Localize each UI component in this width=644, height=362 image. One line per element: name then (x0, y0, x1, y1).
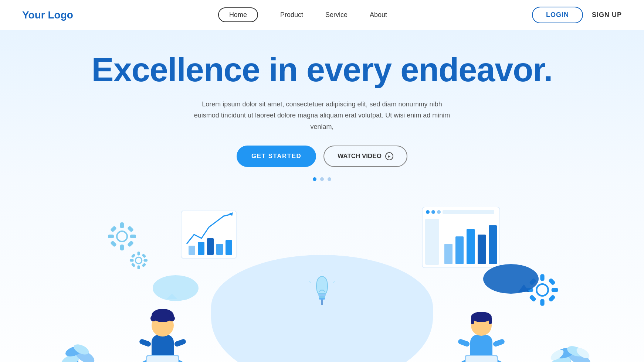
chart-left (181, 211, 237, 260)
dot-3[interactable] (328, 177, 331, 181)
svg-rect-32 (216, 244, 223, 255)
svg-rect-43 (478, 235, 486, 264)
svg-rect-53 (319, 296, 325, 298)
svg-rect-81 (489, 317, 492, 324)
svg-rect-22 (552, 289, 557, 291)
svg-point-65 (150, 315, 156, 321)
svg-point-66 (169, 315, 175, 321)
nav-service[interactable]: Service (325, 11, 348, 18)
svg-rect-4 (131, 235, 135, 238)
hero-description: Lorem ipsum dolor sit amet, consectetuer… (189, 99, 455, 133)
lightbulb-icon (307, 270, 337, 312)
svg-rect-6 (128, 227, 133, 232)
gear-left-small-icon (129, 251, 148, 271)
svg-point-35 (426, 210, 430, 214)
login-button[interactable]: LOGIN (532, 7, 583, 23)
svg-rect-54 (319, 298, 325, 300)
svg-point-37 (437, 210, 441, 214)
svg-rect-40 (444, 244, 453, 264)
svg-point-47 (483, 264, 539, 294)
svg-rect-1 (121, 223, 123, 228)
dot-1[interactable] (313, 177, 316, 181)
svg-rect-26 (549, 296, 555, 301)
svg-point-45 (153, 275, 199, 301)
plant-right (548, 316, 592, 362)
get-started-button[interactable]: GET STARTED (237, 146, 316, 167)
hero-buttons: GET STARTED WATCH VIDEO ► (22, 146, 622, 167)
svg-rect-19 (541, 275, 544, 280)
svg-rect-14 (132, 255, 135, 257)
speech-bubble-right (481, 262, 540, 304)
illustration-area (22, 188, 622, 362)
svg-rect-67 (139, 338, 152, 347)
svg-rect-70 (147, 356, 178, 362)
svg-point-9 (135, 257, 142, 264)
svg-rect-5 (111, 227, 116, 232)
nav-product[interactable]: Product (280, 11, 303, 18)
hero-title: Excellence in every endeavor. (22, 52, 622, 88)
svg-point-0 (117, 231, 127, 242)
dot-2[interactable] (320, 177, 324, 181)
svg-rect-2 (121, 245, 123, 250)
nav-actions: LOGIN SIGN UP (532, 7, 622, 23)
play-icon: ► (385, 152, 393, 160)
svg-rect-85 (466, 356, 497, 362)
nav-links: Home Product Service About (218, 11, 387, 19)
svg-point-79 (471, 312, 492, 322)
speech-bubble-left (152, 273, 200, 308)
hero-section: Excellence in every endeavor. Lorem ipsu… (0, 30, 644, 362)
svg-rect-20 (541, 300, 544, 305)
svg-rect-15 (142, 255, 145, 257)
svg-rect-11 (138, 266, 139, 269)
svg-rect-30 (198, 242, 204, 255)
carousel-dots (22, 177, 622, 181)
svg-rect-44 (489, 225, 497, 264)
watch-video-button[interactable]: WATCH VIDEO ► (323, 146, 407, 167)
svg-rect-80 (471, 317, 474, 324)
svg-rect-8 (128, 242, 133, 246)
svg-rect-42 (467, 229, 475, 264)
chart-right (422, 207, 500, 269)
svg-line-50 (309, 281, 311, 283)
nav-about[interactable]: About (370, 11, 387, 18)
svg-rect-82 (457, 338, 470, 347)
nav-home[interactable]: Home (218, 7, 258, 22)
navbar: Your Logo Home Product Service About LOG… (0, 0, 644, 30)
svg-rect-52 (318, 294, 326, 296)
svg-rect-3 (109, 235, 113, 238)
svg-rect-83 (492, 338, 505, 347)
svg-rect-39 (425, 219, 439, 265)
plant-left (59, 316, 96, 362)
svg-rect-10 (138, 252, 139, 255)
svg-rect-41 (455, 236, 464, 264)
logo: Your Logo (22, 9, 73, 21)
svg-rect-24 (549, 279, 555, 284)
svg-rect-12 (131, 260, 133, 261)
svg-rect-33 (226, 240, 232, 255)
watch-video-label: WATCH VIDEO (338, 153, 382, 160)
svg-rect-17 (142, 264, 145, 267)
svg-rect-13 (144, 260, 147, 261)
signup-link[interactable]: SIGN UP (592, 11, 622, 19)
gear-left-big-icon (107, 222, 137, 253)
svg-rect-68 (174, 338, 187, 347)
svg-line-51 (333, 281, 335, 283)
svg-rect-38 (443, 210, 494, 214)
svg-point-36 (431, 210, 435, 214)
svg-rect-29 (189, 246, 195, 255)
svg-rect-31 (207, 238, 214, 255)
svg-rect-7 (111, 242, 116, 246)
svg-rect-16 (132, 264, 135, 267)
